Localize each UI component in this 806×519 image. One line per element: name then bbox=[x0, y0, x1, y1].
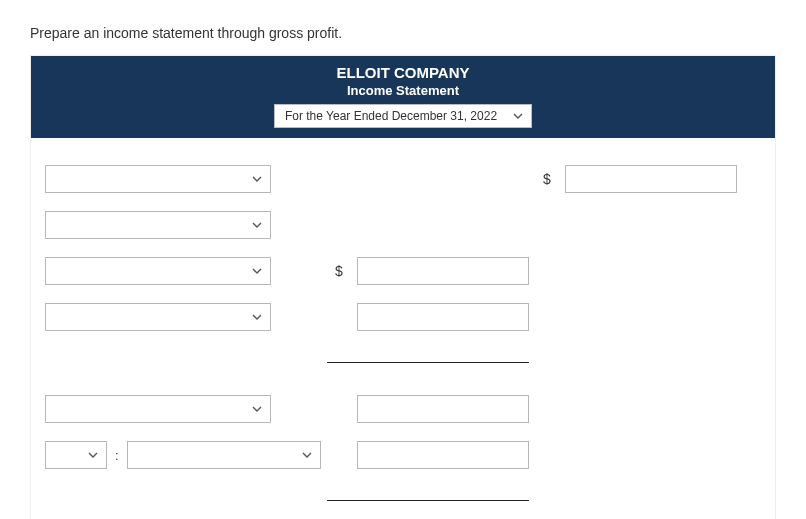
line-item-select[interactable] bbox=[45, 211, 271, 239]
income-statement-card: ELLOIT COMPANY Income Statement For the … bbox=[30, 55, 776, 519]
chevron-down-icon bbox=[302, 452, 312, 458]
currency-symbol: $ bbox=[327, 263, 351, 279]
chevron-down-icon bbox=[252, 406, 262, 412]
statement-row: $ bbox=[45, 156, 761, 202]
period-select-value: For the Year Ended December 31, 2022 bbox=[275, 105, 531, 127]
amount-input[interactable] bbox=[565, 165, 737, 193]
line-item-select[interactable] bbox=[45, 303, 271, 331]
line-item-select[interactable] bbox=[45, 395, 271, 423]
amount-input[interactable] bbox=[357, 441, 529, 469]
chevron-down-icon bbox=[513, 113, 523, 119]
statement-title: Income Statement bbox=[31, 83, 775, 98]
currency-symbol: $ bbox=[535, 171, 559, 187]
amount-input[interactable] bbox=[357, 395, 529, 423]
line-item-select[interactable] bbox=[45, 165, 271, 193]
statement-row: : bbox=[45, 432, 761, 478]
statement-row bbox=[45, 202, 761, 248]
amount-input[interactable] bbox=[357, 303, 529, 331]
line-item-select-prefix[interactable] bbox=[45, 441, 107, 469]
chevron-down-icon bbox=[252, 314, 262, 320]
statement-body: $ $ bbox=[31, 138, 775, 519]
line-item-select[interactable] bbox=[127, 441, 321, 469]
statement-header: ELLOIT COMPANY Income Statement For the … bbox=[31, 56, 775, 138]
statement-row bbox=[45, 294, 761, 340]
period-select[interactable]: For the Year Ended December 31, 2022 bbox=[274, 104, 532, 128]
statement-row: $ bbox=[45, 248, 761, 294]
chevron-down-icon bbox=[252, 176, 262, 182]
subtotal-underline bbox=[45, 340, 761, 386]
company-name: ELLOIT COMPANY bbox=[31, 64, 775, 81]
subtotal-underline bbox=[45, 478, 761, 519]
statement-row bbox=[45, 386, 761, 432]
instruction-text: Prepare an income statement through gros… bbox=[30, 25, 776, 41]
colon-separator: : bbox=[111, 448, 123, 463]
chevron-down-icon bbox=[88, 452, 98, 458]
line-item-select[interactable] bbox=[45, 257, 271, 285]
chevron-down-icon bbox=[252, 268, 262, 274]
amount-input[interactable] bbox=[357, 257, 529, 285]
chevron-down-icon bbox=[252, 222, 262, 228]
